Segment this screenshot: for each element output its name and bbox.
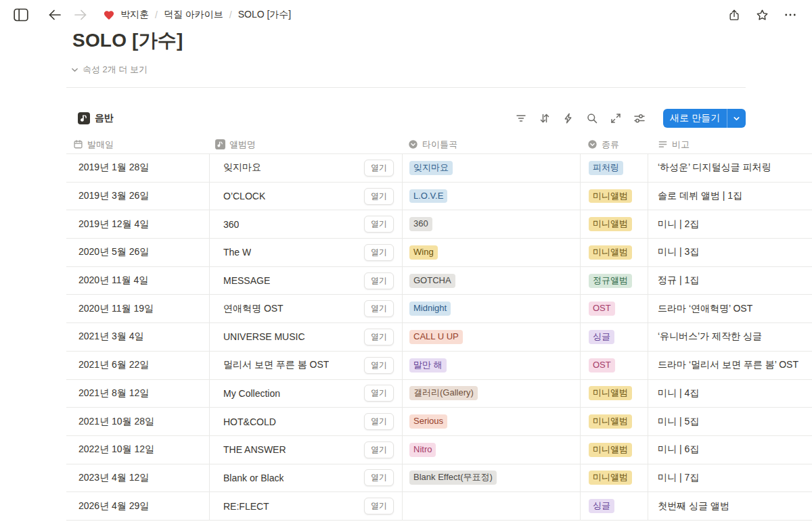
cell-note[interactable]: 정규 | 1집 xyxy=(648,267,812,295)
open-page-button[interactable]: 열기 xyxy=(364,413,394,430)
new-entry-button[interactable]: 새로 만들기 xyxy=(663,109,746,128)
cell-title-track[interactable]: 갤러리(Gallery) xyxy=(403,380,581,408)
open-page-button[interactable]: 열기 xyxy=(364,441,394,458)
cell-release-date[interactable]: 2019년 1월 28일 xyxy=(66,154,210,182)
cell-note[interactable]: 드라마 ‘멀리서 보면 푸른 봄’ OST xyxy=(648,352,812,379)
cell-note[interactable]: 미니 | 2집 xyxy=(648,210,812,238)
cell-release-date[interactable]: 2020년 11월 4일 xyxy=(66,267,210,295)
sidebar-toggle-icon[interactable] xyxy=(14,8,28,22)
cell-type[interactable]: OST xyxy=(581,352,648,379)
cell-type[interactable]: OST xyxy=(581,295,648,322)
view-settings-icon[interactable] xyxy=(633,112,646,125)
open-page-button[interactable]: 열기 xyxy=(364,188,394,205)
column-header-title-track[interactable]: 타이틀곡 xyxy=(403,135,581,153)
cell-title-track[interactable]: 360 xyxy=(403,210,581,238)
cell-release-date[interactable]: 2022년 10월 12일 xyxy=(66,436,210,464)
cell-album-name[interactable]: My Collection열기 xyxy=(210,380,403,408)
share-icon[interactable] xyxy=(727,8,741,22)
cell-release-date[interactable]: 2021년 3월 4일 xyxy=(66,323,210,351)
breadcrumb-item[interactable]: 박지훈 xyxy=(120,9,149,21)
cell-release-date[interactable]: 2021년 8월 12일 xyxy=(66,380,210,408)
open-page-button[interactable]: 열기 xyxy=(364,300,394,317)
back-arrow-icon[interactable] xyxy=(47,8,62,22)
cell-note[interactable]: 드라마 ‘연애혁명’ OST xyxy=(648,295,812,322)
cell-note[interactable]: 미니 | 7집 xyxy=(648,464,812,492)
open-page-button[interactable]: 열기 xyxy=(364,160,394,176)
cell-title-track[interactable]: Wing xyxy=(403,239,581,266)
expand-icon[interactable] xyxy=(609,112,623,125)
filter-icon[interactable] xyxy=(514,112,528,125)
forward-arrow-icon[interactable] xyxy=(73,8,88,22)
new-entry-dropdown-icon[interactable] xyxy=(727,109,746,128)
open-page-button[interactable]: 열기 xyxy=(364,329,394,345)
cell-release-date[interactable]: 2023년 4월 12일 xyxy=(66,464,210,492)
cell-release-date[interactable]: 2019년 3월 26일 xyxy=(66,183,210,210)
breadcrumb-item[interactable]: SOLO [가수] xyxy=(238,9,292,21)
cell-title-track[interactable]: Serious xyxy=(403,408,581,435)
cell-note[interactable]: 미니 | 4집 xyxy=(648,380,812,408)
cell-album-name[interactable]: RE:FLECT열기 xyxy=(210,492,403,520)
cell-note[interactable]: 미니 | 6집 xyxy=(648,436,812,464)
cell-album-name[interactable]: 잊지마요열기 xyxy=(210,154,403,182)
breadcrumb-item[interactable]: 덕질 아카이브 xyxy=(164,9,223,21)
cell-note[interactable]: 미니 | 3집 xyxy=(648,239,812,266)
cell-type[interactable]: 미니앨범 xyxy=(581,380,648,408)
cell-release-date[interactable]: 2026년 4월 29일 xyxy=(66,492,210,520)
cell-title-track[interactable]: L.O.V.E xyxy=(403,183,581,210)
cell-type[interactable]: 미니앨범 xyxy=(581,183,648,210)
column-header-type[interactable]: 종류 xyxy=(581,135,648,153)
cell-note[interactable]: ‘유니버스’가 제작한 싱글 xyxy=(648,323,812,351)
cell-album-name[interactable]: MESSAGE열기 xyxy=(210,267,403,295)
open-page-button[interactable]: 열기 xyxy=(364,272,394,289)
cell-title-track[interactable]: Nitro xyxy=(403,436,581,464)
open-page-button[interactable]: 열기 xyxy=(364,469,394,486)
cell-album-name[interactable]: 360열기 xyxy=(210,210,403,238)
cell-type[interactable]: 미니앨범 xyxy=(581,464,648,492)
cell-album-name[interactable]: 멀리서 보면 푸른 봄 OST열기 xyxy=(210,352,403,379)
more-options-icon[interactable] xyxy=(784,8,797,22)
open-page-button[interactable]: 열기 xyxy=(364,498,394,514)
column-header-release-date[interactable]: 발매일 xyxy=(66,135,210,153)
cell-note[interactable]: 첫번째 싱글 앨범 xyxy=(648,492,812,520)
cell-release-date[interactable]: 2020년 5월 26일 xyxy=(66,239,210,266)
cell-note[interactable]: ‘하성운’ 디지털싱글 피처링 xyxy=(648,154,812,182)
search-icon[interactable] xyxy=(585,112,599,125)
cell-album-name[interactable]: UNIVERSE MUSIC열기 xyxy=(210,323,403,351)
column-header-album-name[interactable]: 앨범명 xyxy=(210,135,403,153)
cell-album-name[interactable]: O’CLOCK열기 xyxy=(210,183,403,210)
lightning-icon[interactable] xyxy=(562,112,575,125)
cell-album-name[interactable]: THE ANSWER열기 xyxy=(210,436,403,464)
cell-type[interactable]: 싱글 xyxy=(581,492,648,520)
open-page-button[interactable]: 열기 xyxy=(364,357,394,374)
cell-title-track[interactable]: 말만 해 xyxy=(403,352,581,379)
star-icon[interactable] xyxy=(755,8,769,22)
cell-release-date[interactable]: 2019년 12월 4일 xyxy=(66,210,210,238)
cell-type[interactable]: 피처링 xyxy=(581,154,648,182)
sort-icon[interactable] xyxy=(538,112,551,125)
properties-toggle[interactable]: 속성 2개 더 보기 xyxy=(71,64,148,76)
cell-title-track[interactable] xyxy=(403,492,581,520)
cell-type[interactable]: 정규앨범 xyxy=(581,267,648,295)
cell-album-name[interactable]: 연애혁명 OST열기 xyxy=(210,295,403,322)
open-page-button[interactable]: 열기 xyxy=(364,216,394,233)
cell-note[interactable]: 미니 | 5집 xyxy=(648,408,812,435)
cell-album-name[interactable]: HOT&COLD열기 xyxy=(210,408,403,435)
cell-type[interactable]: 미니앨범 xyxy=(581,436,648,464)
cell-type[interactable]: 미니앨범 xyxy=(581,408,648,435)
cell-title-track[interactable]: CALL U UP xyxy=(403,323,581,351)
column-header-note[interactable]: 비고 xyxy=(648,135,812,153)
cell-title-track[interactable]: Blank Effect(무표정) xyxy=(403,464,581,492)
cell-title-track[interactable]: GOTCHA xyxy=(403,267,581,295)
open-page-button[interactable]: 열기 xyxy=(364,244,394,261)
cell-title-track[interactable]: 잊지마요 xyxy=(403,154,581,182)
cell-note[interactable]: 솔로 데뷔 앨범 | 1집 xyxy=(648,183,812,210)
cell-type[interactable]: 싱글 xyxy=(581,323,648,351)
cell-title-track[interactable]: Midnight xyxy=(403,295,581,322)
cell-release-date[interactable]: 2021년 10월 28일 xyxy=(66,408,210,435)
cell-album-name[interactable]: The W열기 xyxy=(210,239,403,266)
cell-album-name[interactable]: Blank or Black열기 xyxy=(210,464,403,492)
view-tab-albums[interactable]: 음반 xyxy=(78,112,114,124)
cell-type[interactable]: 미니앨범 xyxy=(581,210,648,238)
cell-type[interactable]: 미니앨범 xyxy=(581,239,648,266)
open-page-button[interactable]: 열기 xyxy=(364,385,394,402)
